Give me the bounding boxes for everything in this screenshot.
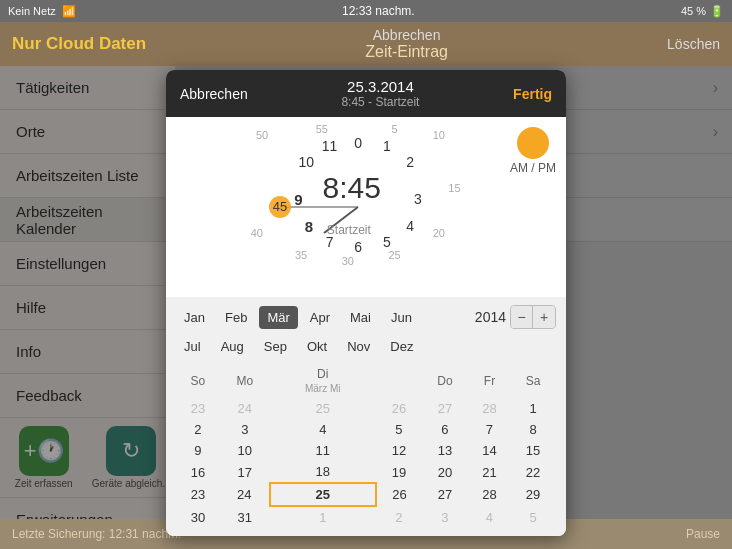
calendar-day[interactable]: 15: [511, 440, 555, 461]
clock-min-55: 55: [316, 123, 328, 135]
calendar-day[interactable]: 31: [220, 506, 270, 528]
am-pm-dot: [517, 127, 549, 159]
col-header-mo: Mo: [220, 364, 270, 398]
clock-svg: 45: [236, 127, 496, 287]
svg-text:45: 45: [273, 199, 287, 214]
month-nav-row1: Jan Feb Mär Apr Mai Jun 2014 − +: [176, 305, 556, 329]
clock-num-4: 4: [406, 218, 414, 234]
month-aug[interactable]: Aug: [213, 335, 252, 358]
status-bar: Kein Netz 📶 12:33 nachm. 45 % 🔋: [0, 0, 732, 22]
month-nov[interactable]: Nov: [339, 335, 378, 358]
calendar-day[interactable]: 24: [220, 483, 270, 506]
col-header-do: Do: [422, 364, 468, 398]
calendar-day[interactable]: 25: [270, 483, 376, 506]
calendar-day[interactable]: 18: [270, 461, 376, 483]
calendar-day[interactable]: 19: [376, 461, 422, 483]
year-label: 2014: [475, 309, 506, 325]
calendar-day[interactable]: 10: [220, 440, 270, 461]
calendar-day[interactable]: 2: [376, 506, 422, 528]
modal-date: 25.3.2014: [341, 78, 419, 95]
battery-icon: 🔋: [710, 5, 724, 18]
calendar-day[interactable]: 25: [270, 398, 376, 419]
month-mai[interactable]: Mai: [342, 306, 379, 329]
calendar-day[interactable]: 26: [376, 483, 422, 506]
calendar-day[interactable]: 14: [468, 440, 511, 461]
year-decrease-btn[interactable]: −: [511, 306, 533, 328]
calendar-day[interactable]: 2: [176, 419, 220, 440]
clock-num-8: 8: [305, 218, 313, 235]
clock-area: AM / PM 45 0 1 2 3 4 5: [166, 117, 566, 297]
calendar-day[interactable]: 23: [176, 398, 220, 419]
am-pm-button[interactable]: AM / PM: [510, 127, 556, 175]
clock-num-10: 10: [298, 154, 314, 170]
modal-done-btn[interactable]: Fertig: [513, 86, 552, 102]
calendar-section: Jan Feb Mär Apr Mai Jun 2014 − + Jul Aug: [166, 297, 566, 536]
calendar-day[interactable]: 4: [468, 506, 511, 528]
calendar-day[interactable]: 4: [270, 419, 376, 440]
modal-cancel-btn[interactable]: Abbrechen: [180, 86, 248, 102]
calendar-day[interactable]: 21: [468, 461, 511, 483]
month-nav-row2: Jul Aug Sep Okt Nov Dez: [176, 335, 556, 358]
calendar-day[interactable]: 24: [220, 398, 270, 419]
calendar-day[interactable]: 13: [422, 440, 468, 461]
calendar-day[interactable]: 1: [511, 398, 555, 419]
calendar-day[interactable]: 8: [511, 419, 555, 440]
calendar-day[interactable]: 6: [422, 419, 468, 440]
month-jul[interactable]: Jul: [176, 335, 209, 358]
calendar-day[interactable]: 20: [422, 461, 468, 483]
month-dez[interactable]: Dez: [382, 335, 421, 358]
calendar-day[interactable]: 12: [376, 440, 422, 461]
status-time: 12:33 nachm.: [342, 4, 415, 18]
startzeit-label: Startzeit: [327, 223, 371, 237]
clock-min-50: 50: [256, 129, 268, 141]
calendar-day[interactable]: 3: [422, 506, 468, 528]
calendar-day[interactable]: 11: [270, 440, 376, 461]
clock-face: 45 0 1 2 3 4 5 6 7 8 9 10 11 50 55 5 10: [236, 127, 496, 287]
month-sep[interactable]: Sep: [256, 335, 295, 358]
header-right-btn[interactable]: Löschen: [667, 36, 720, 52]
status-right: 45 % 🔋: [681, 5, 724, 18]
battery-percent: 45 %: [681, 5, 706, 17]
year-increase-btn[interactable]: +: [533, 306, 555, 328]
col-header-so: So: [176, 364, 220, 398]
header-bar: Nur Cloud Daten Abbrechen Zeit-Eintrag L…: [0, 22, 732, 66]
clock-num-3: 3: [414, 191, 422, 207]
calendar-day[interactable]: 26: [376, 398, 422, 419]
clock-min-25: 25: [388, 249, 400, 261]
calendar-day[interactable]: 16: [176, 461, 220, 483]
calendar-day[interactable]: 1: [270, 506, 376, 528]
wifi-icon: 📶: [62, 5, 76, 18]
calendar-day[interactable]: 27: [422, 483, 468, 506]
month-jun[interactable]: Jun: [383, 306, 420, 329]
calendar-day[interactable]: 5: [511, 506, 555, 528]
col-header-di: DiMärz Mi: [270, 364, 376, 398]
calendar-day[interactable]: 27: [422, 398, 468, 419]
month-feb[interactable]: Feb: [217, 306, 255, 329]
clock-min-15: 15: [448, 182, 460, 194]
calendar-day[interactable]: 22: [511, 461, 555, 483]
clock-min-35: 35: [295, 249, 307, 261]
calendar-day[interactable]: 28: [468, 483, 511, 506]
calendar-day[interactable]: 30: [176, 506, 220, 528]
month-jan[interactable]: Jan: [176, 306, 213, 329]
calendar-day[interactable]: 5: [376, 419, 422, 440]
status-left: Kein Netz 📶: [8, 5, 76, 18]
calendar-day[interactable]: 3: [220, 419, 270, 440]
clock-center-time: 8:45: [322, 171, 380, 205]
month-okt[interactable]: Okt: [299, 335, 335, 358]
month-mar[interactable]: Mär: [259, 306, 297, 329]
calendar-day[interactable]: 29: [511, 483, 555, 506]
modal-title-group: 25.3.2014 8:45 - Startzeit: [341, 78, 419, 109]
calendar-day[interactable]: 7: [468, 419, 511, 440]
month-apr[interactable]: Apr: [302, 306, 338, 329]
calendar-day[interactable]: 17: [220, 461, 270, 483]
pause-btn[interactable]: Pause: [686, 527, 720, 541]
am-pm-label: AM / PM: [510, 161, 556, 175]
header-cancel-btn[interactable]: Abbrechen: [373, 27, 441, 43]
clock-num-2: 2: [406, 154, 414, 170]
calendar-day[interactable]: 9: [176, 440, 220, 461]
calendar-day[interactable]: 23: [176, 483, 220, 506]
header-left-title: Nur Cloud Daten: [12, 34, 146, 54]
calendar-day[interactable]: 28: [468, 398, 511, 419]
col-header-fr: Fr: [468, 364, 511, 398]
